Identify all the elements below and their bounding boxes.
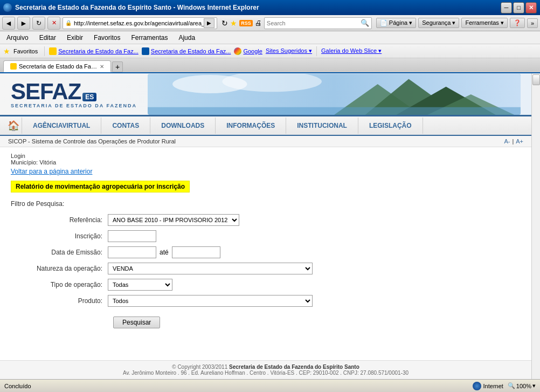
- menu-exibir[interactable]: Exibir: [63, 33, 87, 43]
- fav-icon-1: [142, 47, 149, 55]
- inscricao-input[interactable]: [108, 230, 156, 242]
- go-button[interactable]: ▶: [204, 18, 214, 28]
- fav-item-2[interactable]: Google: [234, 47, 262, 55]
- browser-content: SEFAZ ES SECRETARIA DE ESTADO DA FAZENDA: [0, 73, 540, 379]
- address-input[interactable]: [74, 20, 204, 26]
- fav-separator-0: [44, 46, 45, 56]
- header-image: [148, 74, 521, 115]
- produto-select[interactable]: TodosBovinosSuínos: [108, 295, 313, 307]
- referencia-select[interactable]: ANO BASE 2010 - IPM PROVISORIO 2012: [108, 214, 239, 226]
- help-button[interactable]: ❓: [510, 18, 525, 28]
- status-bar: Concluído Internet 🔍 100% ▾: [0, 379, 540, 392]
- natureza-label: Natureza da operação:: [11, 265, 108, 272]
- nav-home-button[interactable]: 🏠: [5, 118, 22, 134]
- tools-page-button[interactable]: 📄 Página ▾: [376, 18, 416, 28]
- zoom-icon: 🔍: [508, 382, 515, 389]
- rss-icon: RSS: [239, 20, 253, 26]
- status-right: Internet 🔍 100% ▾: [473, 382, 536, 390]
- tipo-select[interactable]: TodasEntradaSaída: [108, 279, 172, 291]
- back-button[interactable]: ◄: [2, 17, 15, 30]
- close-button[interactable]: ✕: [525, 2, 537, 13]
- sefaz-es-badge: ES: [82, 93, 96, 101]
- sefaz-text: SEFAZ: [11, 80, 81, 103]
- search-box[interactable]: 🔍: [264, 17, 372, 29]
- natureza-select[interactable]: VENDACOMPRATRANSFERÊNCIA: [108, 263, 313, 274]
- fav-item-0[interactable]: Secretaria de Estado da Faz...: [49, 47, 139, 55]
- status-zone: Internet: [473, 382, 503, 390]
- tipo-label: Tipo de operação:: [11, 281, 108, 288]
- footer-company: Secretaria de Estado da Fazenda do Espír…: [229, 364, 359, 370]
- ferramentas-button[interactable]: Ferramentas ▾: [461, 18, 507, 28]
- form-row-tipo: Tipo de operação: TodasEntradaSaída: [11, 279, 521, 291]
- back-link[interactable]: Voltar para a página anterior: [11, 168, 521, 175]
- menu-ajuda[interactable]: Ajuda: [174, 33, 199, 43]
- address-bar[interactable]: 🔒 ▶: [63, 17, 217, 29]
- content-with-scroll: SEFAZ ES SECRETARIA DE ESTADO DA FAZENDA: [0, 73, 540, 379]
- ate-label: até: [160, 249, 169, 256]
- security-button[interactable]: Segurança ▾: [418, 18, 459, 28]
- breadcrumb-bar: SICOP - Sistema de Controle das Operaçõe…: [0, 136, 531, 147]
- sefaz-logo: SEFAZ ES SECRETARIA DE ESTADO DA FAZENDA: [11, 80, 137, 108]
- page-content: SEFAZ ES SECRETARIA DE ESTADO DA FAZENDA: [0, 73, 531, 379]
- fav-item-1[interactable]: Secretaria de Estado da Faz...: [142, 47, 231, 55]
- tab-close-button[interactable]: ✕: [100, 64, 104, 70]
- page-scrollbar[interactable]: [531, 73, 540, 379]
- minimize-button[interactable]: ─: [501, 2, 512, 13]
- menu-ferramentas[interactable]: Ferramentas: [127, 33, 172, 43]
- status-text: Concluído: [4, 383, 31, 389]
- nav-agencia-virtual[interactable]: AGÊNCIAVIRTUAL: [22, 118, 101, 134]
- nav-informacoes[interactable]: INFORMAÇÕES: [216, 118, 286, 134]
- forward-button[interactable]: ►: [17, 17, 30, 30]
- footer-copyright-line: © Copyright 2003/2011 Secretaria de Esta…: [11, 364, 521, 370]
- data-emissao-label: Data de Emissão:: [11, 249, 108, 256]
- search-button[interactable]: Pesquisar: [113, 317, 160, 328]
- browser-toolbar: ◄ ► ↻ ✕ 🔒 ▶ ↻ ★ RSS 🖨 🔍 📄 Página ▾ Segur…: [0, 15, 540, 31]
- window-title: Secretaria de Estado da Fazenda do Espír…: [15, 4, 501, 11]
- nav-contas[interactable]: CONTAS: [101, 118, 150, 134]
- zoom-dropdown-icon[interactable]: ▾: [532, 382, 536, 389]
- login-label: Login: [11, 153, 521, 159]
- nav-downloads[interactable]: DOWNLOADS: [150, 118, 216, 134]
- favorites-star: ★: [3, 47, 10, 56]
- font-decrease-button[interactable]: A-: [504, 138, 510, 145]
- fav-label-3: Sites Sugeridos ▾: [266, 47, 312, 54]
- tab-label: Secretaria de Estado da Fazenda do Espír…: [19, 63, 98, 70]
- home-icon: 🏠: [8, 120, 19, 132]
- zoom-controls: 🔍 100% ▾: [508, 382, 536, 389]
- sefaz-footer: © Copyright 2003/2011 Secretaria de Esta…: [0, 360, 531, 379]
- refresh-button[interactable]: ↻: [32, 17, 45, 30]
- referencia-label: Referência:: [11, 216, 108, 224]
- ie-icon: [3, 3, 12, 12]
- stop-button[interactable]: ✕: [47, 17, 60, 30]
- nav-institucional[interactable]: INSTITUCIONAL: [286, 118, 358, 134]
- fav-item-3[interactable]: Sites Sugeridos ▾: [266, 47, 312, 54]
- font-increase-button[interactable]: A+: [516, 138, 523, 145]
- data-ate-input[interactable]: [172, 246, 220, 258]
- font-separator: |: [512, 138, 514, 145]
- user-info: Login Município: Vitória: [11, 153, 521, 166]
- new-tab-button[interactable]: +: [112, 61, 123, 72]
- search-input[interactable]: [267, 20, 358, 26]
- zoom-level: 100%: [516, 383, 531, 389]
- fav-label-1: Secretaria de Estado da Faz...: [151, 48, 231, 54]
- form-row-natureza: Natureza da operação: VENDACOMPRATRANSFE…: [11, 263, 521, 274]
- scroll-thumb[interactable]: [532, 74, 540, 85]
- zone-label: Internet: [483, 383, 503, 389]
- fav-item-4[interactable]: Galeria do Web Slice ▾: [321, 47, 382, 54]
- maximize-button[interactable]: □: [513, 2, 524, 13]
- form-row-referencia: Referência: ANO BASE 2010 - IPM PROVISOR…: [11, 214, 521, 226]
- nav-legislacao[interactable]: LEGISLAÇÃO: [358, 118, 423, 134]
- overflow-button[interactable]: »: [527, 18, 538, 28]
- produto-label: Produto:: [11, 297, 108, 305]
- fav-separator-1: [316, 46, 317, 56]
- menu-favoritos[interactable]: Favoritos: [89, 33, 124, 43]
- tab-bar: Secretaria de Estado da Fazenda do Espír…: [0, 58, 540, 73]
- footer-address: Av. Jerônimo Monteiro . 96 . Ed. Aurelia…: [11, 370, 521, 376]
- menu-editar[interactable]: Editar: [35, 33, 60, 43]
- tab-main[interactable]: Secretaria de Estado da Fazenda do Espír…: [3, 60, 111, 72]
- svg-rect-7: [148, 107, 521, 114]
- menu-arquivo[interactable]: Arquivo: [2, 33, 33, 43]
- data-emissao-input[interactable]: [108, 246, 156, 258]
- breadcrumb: SICOP - Sistema de Controle das Operaçõe…: [8, 138, 176, 145]
- fav-icon-0: [49, 47, 57, 55]
